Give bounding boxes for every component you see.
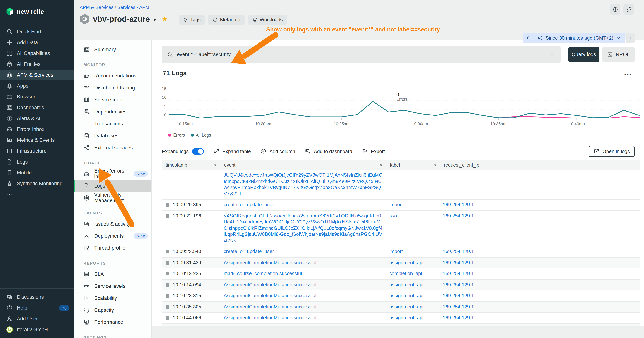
table-row[interactable]: 10:10:13.235mark_course_completion succe… bbox=[162, 268, 640, 279]
request-client-ip-link[interactable]: 169.254.129.1 bbox=[443, 282, 474, 287]
request-client-ip-link[interactable]: 169.254.129.1 bbox=[443, 271, 474, 276]
nav-item-issues-activity[interactable]: Issues & activity bbox=[74, 218, 152, 230]
request-client-ip-link[interactable]: 169.254.129.1 bbox=[443, 202, 474, 207]
nav-item-scalability[interactable]: Scalability bbox=[74, 292, 152, 304]
event-link[interactable]: AssignmentCompletionMutation successful bbox=[224, 260, 316, 265]
sidebar-item-apm-services[interactable]: APM & Services bbox=[0, 70, 74, 81]
label-link[interactable]: sso bbox=[389, 213, 397, 218]
table-row[interactable]: 10:09:31.439AssignmentCompletionMutation… bbox=[162, 257, 640, 268]
column-header-label[interactable]: label bbox=[386, 160, 440, 170]
sidebar-item-all-capabilities[interactable]: All Capabilities bbox=[0, 48, 74, 59]
nav-item-service-levels[interactable]: Service levels bbox=[74, 280, 152, 292]
add-to-dashboard-button[interactable]: Add to dashboard bbox=[305, 148, 352, 154]
row-checkbox[interactable] bbox=[166, 214, 170, 218]
legend-errors[interactable]: Errors bbox=[168, 133, 185, 137]
sidebar-item-logs[interactable]: Logs bbox=[0, 156, 74, 167]
event-link[interactable]: AssignmentCompletionMutation successful bbox=[224, 282, 316, 287]
sidebar-item-alerts-ai[interactable]: Alerts & AI bbox=[0, 113, 74, 124]
row-checkbox[interactable] bbox=[166, 305, 170, 309]
log-search-bar[interactable]: event:* -"label":"security" bbox=[162, 46, 560, 63]
nav-item-service-map[interactable]: Service map bbox=[74, 94, 152, 106]
nav-item-thread-profiler[interactable]: Thread profiler bbox=[74, 242, 152, 254]
table-row[interactable]: JUQVU&code=eyJraWQiOiJjcGltY29yZV8wOTI1M… bbox=[162, 170, 640, 199]
favorite-star-icon[interactable]: ★ bbox=[162, 15, 168, 23]
request-client-ip-link[interactable]: 169.254.129.1 bbox=[443, 304, 474, 309]
table-row[interactable]: 10:10:35.305AssignmentCompletionMutation… bbox=[162, 301, 640, 312]
sidebar-item-all-entities[interactable]: All Entities bbox=[0, 59, 74, 70]
search-query-value[interactable]: event:* -"label":"security" bbox=[177, 52, 550, 57]
legend-all-logs[interactable]: All Logs bbox=[191, 133, 211, 137]
export-button[interactable]: Export bbox=[362, 148, 385, 154]
remove-column-icon[interactable] bbox=[213, 163, 217, 167]
request-client-ip-link[interactable]: 169.254.129.1 bbox=[443, 248, 474, 254]
label-link[interactable]: import bbox=[389, 202, 403, 207]
event-link[interactable]: AssignmentCompletionMutation successful bbox=[224, 315, 316, 320]
metadata-button[interactable]: Metadata bbox=[208, 15, 244, 25]
nav-item-distributed-tracing[interactable]: Distributed tracing bbox=[74, 82, 152, 94]
column-header-request-client-ip[interactable]: request_client_ip bbox=[440, 160, 640, 170]
row-checkbox[interactable] bbox=[166, 203, 170, 207]
workloads-button[interactable]: Workloads bbox=[248, 15, 287, 25]
tags-button[interactable]: Tags bbox=[179, 15, 205, 25]
nrql-button[interactable]: NRQL bbox=[602, 47, 635, 62]
sidebar-footer-add-user[interactable]: Add User bbox=[0, 313, 74, 324]
request-client-ip-link[interactable]: 169.254.129.1 bbox=[443, 315, 474, 320]
sidebar-item-add-data[interactable]: Add Data bbox=[0, 37, 74, 48]
label-link[interactable]: assignment_api bbox=[389, 304, 423, 309]
row-checkbox[interactable] bbox=[166, 283, 170, 287]
event-link[interactable]: <ASGIRequest: GET '/sso/callback/?state=… bbox=[224, 213, 382, 243]
column-header-timestamp[interactable]: timestamp bbox=[162, 160, 220, 170]
toggle-on-icon[interactable] bbox=[192, 148, 204, 154]
nav-item-deployments[interactable]: DeploymentsNew bbox=[74, 230, 152, 242]
sidebar-item-quick-find[interactable]: Quick Find bbox=[0, 26, 74, 37]
expand-table-button[interactable]: Expand table bbox=[213, 148, 251, 154]
table-row[interactable]: 10:10:23.815AssignmentCompletionMutation… bbox=[162, 290, 640, 301]
entity-chevron-down-icon[interactable]: ▼ bbox=[152, 17, 157, 22]
row-checkbox[interactable] bbox=[166, 272, 170, 276]
nav-item-performance[interactable]: Performance bbox=[74, 316, 152, 328]
query-logs-button[interactable]: Query logs bbox=[568, 47, 599, 62]
time-range-button[interactable]: Since 30 minutes ago (GMT+2) bbox=[533, 33, 625, 43]
label-link[interactable]: import bbox=[389, 248, 403, 254]
event-link[interactable]: JUQVU&code=eyJraWQiOiJjcGltY29yZV8wOTI1M… bbox=[224, 172, 382, 196]
permalink-button[interactable] bbox=[624, 4, 634, 15]
nav-item-logs[interactable]: Logs bbox=[74, 180, 152, 192]
request-client-ip-link[interactable]: 169.254.129.1 bbox=[443, 293, 474, 298]
nav-item-vulnerability-management[interactable]: Vulnerability Management bbox=[74, 192, 152, 204]
request-client-ip-link[interactable]: 169.254.129.1 bbox=[443, 260, 474, 265]
request-client-ip-link[interactable]: 169.254.129.1 bbox=[443, 213, 474, 218]
label-link[interactable]: completion_api bbox=[389, 271, 422, 276]
label-link[interactable]: assignment_api bbox=[389, 315, 423, 320]
event-link[interactable]: create_or_update_user bbox=[224, 202, 274, 207]
sidebar-footer-iterativ-gmbh[interactable]: Iterativ GmbH bbox=[0, 324, 74, 335]
sidebar-item-errors-inbox[interactable]: Errors Inbox bbox=[0, 124, 74, 135]
row-checkbox[interactable] bbox=[166, 261, 170, 265]
sidebar-item-apps[interactable]: Apps bbox=[0, 81, 74, 91]
sidebar-item-synthetic-monitoring[interactable]: Synthetic Monitoring bbox=[0, 178, 74, 189]
remove-column-icon[interactable] bbox=[433, 163, 437, 167]
sidebar-item-dashboards[interactable]: Dashboards bbox=[0, 102, 74, 113]
row-checkbox[interactable] bbox=[166, 294, 170, 298]
nav-item-sla[interactable]: SLA bbox=[74, 268, 152, 280]
row-checkbox[interactable] bbox=[166, 250, 170, 254]
breadcrumb-apm-services[interactable]: APM & Services bbox=[80, 5, 114, 10]
logs-timeseries-chart[interactable]: 15105010:15am10:20am10:25am10:30am10:35a… bbox=[162, 84, 640, 127]
column-header-event[interactable]: event bbox=[220, 160, 386, 170]
nav-item-external-services[interactable]: External services bbox=[74, 142, 152, 153]
row-checkbox[interactable] bbox=[166, 316, 170, 320]
label-link[interactable]: assignment_api bbox=[389, 282, 423, 287]
nav-item-dependencies[interactable]: Dependencies bbox=[74, 106, 152, 118]
time-forward-button[interactable] bbox=[626, 33, 635, 43]
table-row[interactable]: 10:09:22.540create_or_update_userimport1… bbox=[162, 246, 640, 257]
event-link[interactable]: create_or_update_user bbox=[224, 248, 274, 254]
nav-item-databases[interactable]: Databases bbox=[74, 130, 152, 142]
nav-item-capacity[interactable]: Capacity bbox=[74, 304, 152, 316]
clear-search-icon[interactable] bbox=[550, 52, 554, 57]
sidebar-footer-discussions[interactable]: Discussions bbox=[0, 291, 74, 302]
sidebar-footer-help[interactable]: Help70 bbox=[0, 302, 74, 313]
table-row[interactable]: 10:09:22.196<ASGIRequest: GET '/sso/call… bbox=[162, 211, 640, 246]
nav-item-transactions[interactable]: Transactions bbox=[74, 118, 152, 130]
time-picker[interactable]: Since 30 minutes ago (GMT+2) bbox=[523, 33, 635, 43]
remove-column-icon[interactable] bbox=[632, 163, 636, 167]
table-row[interactable]: 10:10:44.066AssignmentCompletionMutation… bbox=[162, 312, 640, 323]
